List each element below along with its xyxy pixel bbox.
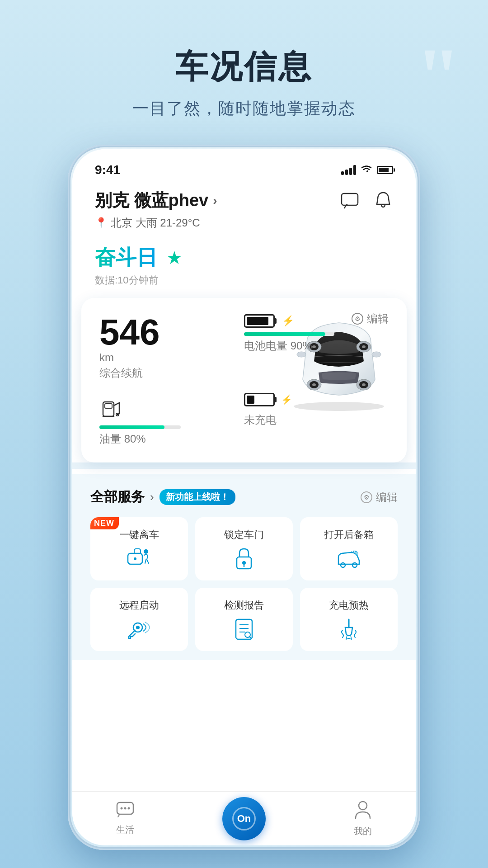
services-new-badge: 新功能上线啦！ — [160, 489, 235, 505]
onstar-ring: On — [232, 807, 256, 830]
charging-icon-row: ⚡ — [244, 393, 389, 406]
range-section: 546 km 综合续航 — [99, 314, 244, 380]
app-header: 别克 微蓝phev › — [72, 182, 416, 239]
fuel-progress-bar — [99, 425, 181, 429]
battery-plug-icon: ⚡ — [282, 315, 294, 327]
charging-section: ⚡ 未充电 — [244, 393, 389, 446]
car-name-text: 别克 微蓝phev — [95, 189, 208, 212]
service-name-3: 打开后备箱 — [324, 528, 374, 542]
new-badge-icon: NEW — [90, 517, 119, 529]
tab-life[interactable]: 生活 — [116, 802, 134, 836]
onstar-button[interactable]: On — [222, 797, 266, 840]
battery-section: ⚡ 电池电量 90% — [244, 314, 389, 380]
car-info-card-wrapper: ⚙ 编辑 — [81, 298, 407, 462]
signal-bars-icon — [341, 165, 356, 175]
car-name[interactable]: 别克 微蓝phev › — [95, 189, 217, 212]
battery-icon-row: ⚡ — [244, 314, 389, 328]
svg-point-21 — [144, 549, 148, 554]
battery-fill — [244, 332, 325, 336]
range-value-row: 546 — [99, 314, 244, 350]
car-name-row: 别克 微蓝phev › — [95, 189, 393, 212]
bell-icon[interactable] — [373, 191, 393, 211]
svg-point-23 — [242, 561, 246, 565]
onstar-text: On — [237, 813, 251, 825]
svg-point-26 — [352, 563, 357, 567]
services-chevron-icon: › — [150, 490, 154, 504]
day-name: 奋斗日 — [95, 244, 157, 272]
services-grid: NEW 一键离车 — [90, 517, 398, 651]
tab-mine-label: 我的 — [354, 825, 372, 837]
range-unit-label: km — [99, 351, 244, 364]
bottom-navigation: 生活 On — [72, 791, 416, 845]
service-item-leave-car[interactable]: NEW 一键离车 — [90, 517, 188, 580]
data-time: 数据:10分钟前 — [95, 274, 393, 287]
trunk-icon — [335, 546, 363, 571]
svg-rect-0 — [342, 193, 358, 205]
fuel-fill — [99, 425, 164, 429]
service-item-remote-start[interactable]: 远程启动 — [90, 588, 188, 651]
svg-point-40 — [359, 802, 367, 810]
charging-battery-icon — [244, 393, 275, 406]
leave-car-icon — [125, 546, 153, 571]
fuel-label: 油量 80% — [99, 432, 244, 446]
status-bar: 9:41 — [72, 149, 416, 182]
services-edit-label: 编辑 — [376, 490, 398, 505]
detection-icon — [230, 617, 258, 642]
phone-mockup: 9:41 — [68, 145, 420, 850]
services-title: 全部服务 — [90, 488, 145, 506]
phone-body: 9:41 — [72, 149, 416, 845]
status-time: 9:41 — [95, 163, 120, 177]
services-title-group: 全部服务 › 新功能上线啦！ — [90, 488, 235, 506]
star-icon: ★ — [166, 247, 183, 268]
service-name-5: 检测报告 — [224, 599, 264, 612]
location-row: 📍 北京 大雨 21-29°C — [95, 216, 393, 230]
message-icon[interactable] — [340, 191, 360, 211]
range-value: 546 — [99, 314, 160, 350]
separator — [72, 462, 416, 469]
service-item-trunk[interactable]: 打开后备箱 — [300, 517, 398, 580]
person-icon — [355, 800, 371, 823]
car-info-card: ⚙ 编辑 — [81, 298, 407, 462]
services-edit-icon: ⚙ — [361, 491, 372, 503]
header-section: 车况信息 一目了然，随时随地掌握动态 — [0, 0, 488, 120]
service-item-charge-preheat[interactable]: 充电预热 — [300, 588, 398, 651]
charge-preheat-icon — [335, 617, 363, 642]
svg-point-25 — [341, 563, 345, 567]
location-text: 北京 大雨 21-29°C — [111, 216, 200, 230]
service-name-1: 一键离车 — [119, 528, 159, 542]
svg-point-37 — [121, 807, 123, 809]
day-name-row: 奋斗日 ★ — [95, 244, 393, 272]
service-item-lock-door[interactable]: 锁定车门 — [195, 517, 293, 580]
svg-point-27 — [355, 552, 358, 555]
battery-box-icon — [244, 314, 275, 328]
services-header: 全部服务 › 新功能上线啦！ ⚙ 编辑 — [90, 488, 398, 506]
svg-point-20 — [134, 557, 136, 560]
status-icons — [341, 164, 393, 176]
remote-start-icon — [125, 617, 153, 642]
battery-progress-bar — [244, 332, 334, 336]
page-title: 车况信息 — [0, 45, 488, 89]
phone-screen: 9:41 — [72, 149, 416, 845]
service-name-2: 锁定车门 — [224, 528, 264, 542]
lock-door-icon — [230, 546, 258, 571]
header-actions — [340, 191, 393, 211]
battery-icon — [377, 166, 393, 174]
svg-line-35 — [249, 637, 251, 638]
tab-life-label: 生活 — [116, 824, 134, 836]
svg-point-29 — [136, 626, 140, 629]
car-chevron-icon: › — [213, 193, 217, 208]
chat-icon — [116, 802, 134, 822]
svg-point-38 — [124, 807, 127, 809]
charging-plug-icon: ⚡ — [281, 394, 292, 405]
services-edit-button[interactable]: ⚙ 编辑 — [361, 490, 398, 505]
svg-point-39 — [128, 807, 130, 809]
battery-label: 电池电量 90% — [244, 339, 389, 353]
service-item-detection[interactable]: 检测报告 — [195, 588, 293, 651]
tab-mine[interactable]: 我的 — [354, 800, 372, 837]
car-status-grid: 546 km 综合续航 — [99, 314, 389, 446]
services-section: 全部服务 › 新功能上线啦！ ⚙ 编辑 NEW 一键离车 — [72, 474, 416, 660]
onstar-logo: On — [232, 807, 256, 830]
page-subtitle: 一目了然，随时随地掌握动态 — [0, 98, 488, 120]
fuel-section: 油量 80% — [99, 393, 244, 446]
day-section: 奋斗日 ★ 数据:10分钟前 — [72, 239, 416, 298]
